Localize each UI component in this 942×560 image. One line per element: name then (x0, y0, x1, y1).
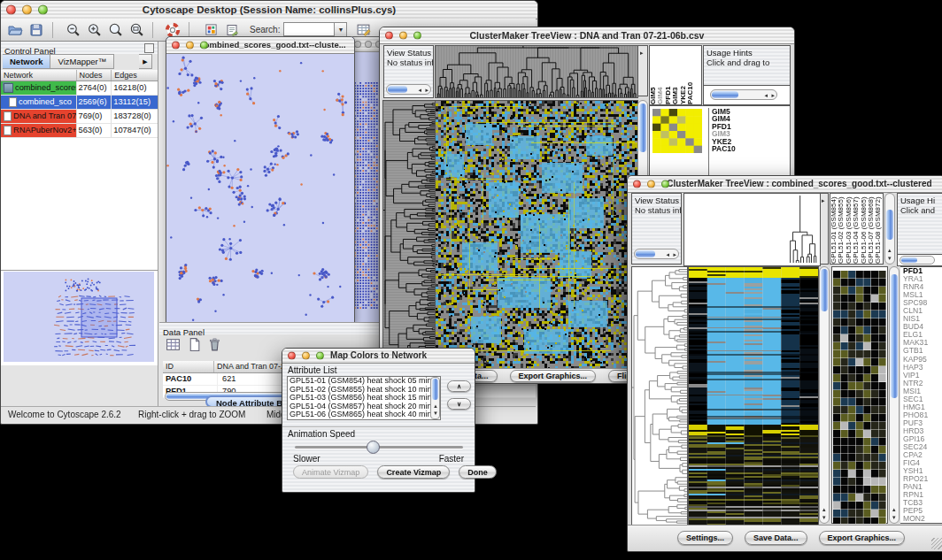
column-label[interactable]: GPL51-02 (GSM855) (838, 194, 845, 264)
column-label[interactable]: GPL51-08 (GSM872) (875, 194, 882, 264)
treeview2-action-button[interactable]: Save Data... (745, 531, 807, 545)
scroll-down-icon[interactable]: ▾ (892, 514, 896, 520)
scroll-left-icon[interactable]: ◂ (666, 251, 669, 257)
network-table-row[interactable]: combined_sco 2569(6) 13112(15) (1, 96, 158, 110)
close-icon[interactable] (288, 352, 296, 360)
row-label[interactable]: PAC10 (712, 145, 736, 152)
usage-hints-hscrollbar[interactable] (900, 256, 935, 265)
control-panel-tab[interactable]: VizMapper™ (50, 54, 114, 69)
column-label[interactable]: PFD1 (665, 46, 672, 104)
scroll-thumb[interactable] (432, 379, 438, 400)
dialog-title-bar[interactable]: Map Colors to Network (282, 349, 475, 364)
view-status-hscrollbar[interactable]: ◂ ▸ (634, 249, 679, 259)
column-label[interactable]: GIM3 (672, 46, 679, 104)
gene-label[interactable]: MON2 (903, 515, 942, 523)
attribute-list-item[interactable]: GPL51-07 (GSM868) heat shock 60 min (288, 419, 440, 420)
similarity-matrix[interactable] (652, 109, 702, 153)
scroll-thumb[interactable] (712, 91, 738, 98)
save-session-button[interactable] (26, 20, 47, 40)
search-combobox[interactable]: ▼ (283, 22, 347, 38)
treeview2-column-dendrogram[interactable] (683, 193, 821, 266)
slider-thumb[interactable] (367, 441, 380, 454)
treeview2-zoom-view[interactable] (833, 271, 886, 524)
search-input[interactable] (283, 22, 335, 36)
scroll-left-icon[interactable]: ◂ (418, 87, 421, 93)
network-col-header[interactable]: Network (1, 70, 77, 81)
close-icon[interactable] (385, 32, 393, 40)
scroll-down-icon[interactable]: ▾ (888, 255, 892, 261)
column-label[interactable]: GIM4 (657, 46, 664, 104)
zoom-window-icon[interactable] (200, 42, 208, 50)
scroll-down-icon[interactable]: ▼ (433, 410, 438, 417)
minimize-icon[interactable] (186, 42, 194, 50)
dialog-button[interactable]: Done (459, 465, 497, 479)
main-title-bar[interactable]: Cytoscape Desktop (Session Name: collins… (1, 1, 537, 19)
column-label[interactable]: YKE2 (680, 46, 687, 104)
attribute-list-vscrollbar[interactable]: ▲ ▼ (430, 377, 440, 419)
zoom-window-icon[interactable] (38, 5, 48, 15)
tabs-overflow-arrow-icon[interactable]: ▶ (139, 54, 152, 69)
column-label[interactable]: PAC10 (687, 46, 694, 104)
table-grid-button[interactable] (165, 337, 181, 356)
dialog-button[interactable]: Create Vizmap (377, 465, 450, 479)
treeview2-action-button[interactable]: Export Graphics... (819, 531, 906, 545)
scroll-thumb[interactable] (821, 269, 828, 311)
close-icon[interactable] (6, 5, 16, 15)
treeview2-row-dendrogram[interactable] (631, 266, 688, 525)
zoom-selected-button[interactable] (104, 20, 126, 40)
move-down-button[interactable]: ∨ (447, 398, 471, 410)
scroll-right-icon[interactable]: ▸ (771, 92, 775, 98)
close-icon[interactable] (172, 42, 180, 50)
scroll-thumb[interactable] (388, 86, 407, 93)
treeview1-action-button[interactable]: Export Graphics... (510, 370, 597, 382)
float-panel-icon[interactable] (144, 43, 154, 53)
minimize-icon[interactable] (647, 180, 655, 188)
zoom-window-icon[interactable] (413, 32, 421, 40)
treeview1-heatmap[interactable] (435, 100, 638, 370)
new-attribute-button[interactable] (187, 337, 202, 356)
network-view-canvas[interactable] (166, 54, 352, 322)
scroll-thumb[interactable] (891, 274, 898, 398)
resize-grip[interactable] (931, 538, 942, 549)
scroll-thumb[interactable] (636, 250, 655, 257)
scroll-left-icon[interactable]: ◂ (764, 92, 768, 98)
network-overview-thumbnail[interactable] (4, 272, 154, 362)
edges-col-header[interactable]: Edges (112, 70, 158, 81)
search-dropdown-icon[interactable]: ▼ (335, 22, 347, 38)
move-up-button[interactable]: ∧ (447, 380, 471, 392)
splitter-arrow-icon[interactable]: ▸ (822, 197, 825, 203)
network-table-row[interactable]: combined_scores 2764(0) 16218(0) (1, 81, 158, 96)
scroll-thumb[interactable] (639, 104, 646, 152)
treeview2-title-bar[interactable]: ClusterMaker TreeView : combined_scores_… (628, 176, 942, 193)
treeview1-row-dendrogram[interactable] (382, 100, 436, 370)
view-status-hscrollbar[interactable]: ◂ ▸ (386, 84, 431, 95)
minimize-icon[interactable] (399, 32, 407, 40)
delete-attribute-button[interactable] (207, 337, 222, 356)
minimize-icon[interactable] (365, 41, 372, 48)
scroll-down-icon[interactable]: ▾ (822, 514, 826, 520)
scroll-right-icon[interactable]: ▸ (673, 251, 676, 257)
scroll-right-icon[interactable]: ▸ (425, 87, 429, 93)
scroll-up-icon[interactable]: ▴ (892, 506, 896, 512)
treeview1-title-bar[interactable]: ClusterMaker TreeView : DNA and Tran 07-… (380, 27, 794, 44)
network-view-title-bar[interactable]: combined_scores_good.txt--cluste... (166, 37, 354, 54)
treeview1-splitter[interactable]: ▸ (637, 45, 648, 96)
open-file-button[interactable] (4, 20, 26, 40)
treeview2-collabel-vscrollbar[interactable]: ▴ ▾ (884, 193, 895, 265)
zoom-in-button[interactable] (83, 20, 104, 40)
zoom-fit-button[interactable] (126, 20, 147, 40)
column-label[interactable]: GPL51-06 (GSM865) (861, 194, 868, 264)
zoom-window-icon[interactable] (316, 352, 324, 360)
usage-hints-hscrollbar[interactable]: ◂ ▸ (710, 89, 777, 100)
treeview2-splitter[interactable]: ▸ (820, 193, 829, 265)
column-label[interactable]: GPL51-03 (GSM856) (845, 194, 853, 264)
scroll-thumb[interactable] (886, 210, 893, 240)
minimize-icon[interactable] (22, 5, 32, 15)
minimize-icon[interactable] (302, 352, 310, 360)
zoom-window-icon[interactable] (661, 180, 669, 188)
close-icon[interactable] (354, 41, 361, 48)
zoom-out-button[interactable] (62, 20, 83, 40)
network-table-row[interactable]: DNA and Tran 07 769(0) 183728(0) (1, 110, 158, 124)
network-table-row[interactable]: RNAPuberNov2+ 563(0) 107847(0) (1, 124, 158, 138)
treeview1-column-dendrogram[interactable] (435, 45, 638, 98)
